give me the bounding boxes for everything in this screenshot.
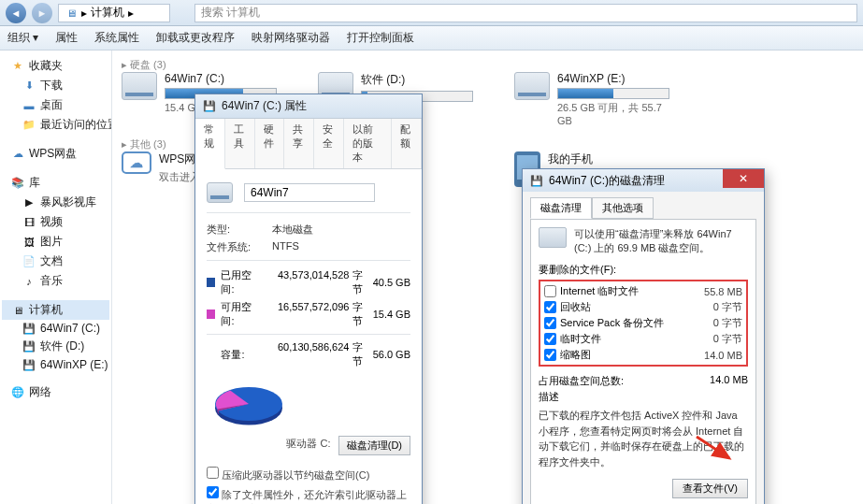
used-bytes: 43,573,014,528 字节	[269, 268, 363, 296]
drive-icon: 💾	[22, 340, 36, 353]
cap-bytes: 60,130,586,624 字节	[269, 340, 363, 368]
file-row-sp-backup[interactable]: Service Pack 备份文件0 字节	[542, 315, 744, 331]
video-icon: 🎞	[22, 216, 36, 229]
nav-forward-button[interactable]: ►	[32, 3, 52, 23]
recent-icon: 📁	[22, 119, 36, 132]
disk-cleanup-button[interactable]: 磁盘清理(D)	[338, 436, 410, 455]
desc-text: 已下载的程序文件包括 ActiveX 控件和 Java 小程序，您查看特定网页时…	[539, 408, 748, 469]
file-checkbox[interactable]	[544, 285, 556, 297]
toolbar-map-drive[interactable]: 映射网络驱动器	[252, 30, 330, 46]
document-icon: 📄	[22, 255, 36, 268]
toolbar-properties[interactable]: 属性	[55, 30, 78, 46]
drive-name-input[interactable]	[244, 183, 375, 202]
tab-security[interactable]: 安全	[314, 119, 344, 168]
file-checkbox[interactable]	[544, 317, 556, 329]
drive-name: 64WinXP (E:)	[557, 72, 673, 85]
picture-icon: 🖼	[22, 236, 36, 249]
tab-previous[interactable]: 以前的版本	[344, 119, 392, 168]
file-checkbox[interactable]	[544, 349, 556, 361]
file-checkbox[interactable]	[544, 301, 556, 313]
tab-tools[interactable]: 工具	[225, 119, 255, 168]
tab-general[interactable]: 常规	[195, 119, 225, 169]
help-link[interactable]: 磁盘清理如何工作？	[539, 498, 748, 504]
toolbar-uninstall[interactable]: 卸载或更改程序	[156, 30, 235, 46]
address-sep: ▸	[81, 7, 87, 20]
drive-name: 软件 (D:)	[361, 72, 477, 88]
nav-computer[interactable]: 🖥计算机	[2, 300, 109, 320]
nav-drive-c[interactable]: 💾64Win7 (C:)	[2, 320, 109, 337]
tab-quota[interactable]: 配额	[392, 119, 422, 168]
toolbar-system-properties[interactable]: 系统属性	[94, 30, 139, 46]
cloud-icon: ☁	[122, 151, 151, 174]
file-row-recycle[interactable]: 回收站0 字节	[542, 299, 744, 315]
address-bar[interactable]: 🖥 ▸ 计算机 ▸	[58, 4, 170, 22]
properties-tabs: 常规 工具 硬件 共享 安全 以前的版本 配额	[195, 119, 422, 169]
type-label: 类型:	[207, 223, 272, 237]
desktop-icon: ▬	[22, 99, 36, 112]
nav-drive-d[interactable]: 💾软件 (D:)	[2, 337, 109, 356]
drive-e[interactable]: 64WinXP (E:) 26.5 GB 可用，共 55.7 GB	[514, 72, 673, 126]
nav-libraries[interactable]: 📚库	[2, 173, 109, 193]
used-gb: 40.5 GB	[368, 277, 411, 288]
free-gb: 15.4 GB	[368, 309, 411, 320]
nav-lib-baofeng[interactable]: ▶暴风影视库	[2, 193, 109, 212]
pie-chart	[207, 376, 291, 432]
nav-favorites[interactable]: ★收藏夹	[2, 56, 109, 76]
file-row-temp[interactable]: 临时文件0 字节	[542, 331, 744, 347]
toolbar-organize[interactable]: 组织 ▾	[7, 30, 38, 46]
drive-icon	[539, 227, 567, 248]
fs-value: NTFS	[272, 240, 299, 254]
hdd-section-header: ▸ 硬盘 (3)	[122, 58, 854, 72]
tab-other-options[interactable]: 其他选项	[592, 197, 654, 219]
dialog-titlebar[interactable]: 💾 64Win7 (C:)的磁盘清理 ✕	[523, 169, 764, 192]
nav-lib-pictures[interactable]: 🖼图片	[2, 232, 109, 252]
nav-wps[interactable]: ☁WPS网盘	[2, 144, 109, 164]
nav-lib-documents[interactable]: 📄文档	[2, 252, 109, 271]
tab-cleanup[interactable]: 磁盘清理	[530, 197, 592, 219]
search-input[interactable]: 搜索 计算机	[194, 4, 857, 22]
used-label: 已用空间:	[221, 268, 264, 296]
file-row-internet-temp[interactable]: Internet 临时文件55.8 MB	[542, 283, 744, 299]
index-checkbox[interactable]: 除了文件属性外，还允许索引此驱动器上文件的内容(I)	[207, 484, 410, 504]
nav-network[interactable]: 🌐网络	[2, 382, 109, 402]
phone-name: 我的手机	[548, 151, 673, 167]
download-icon: ⬇	[22, 79, 36, 93]
library-icon: 📚	[11, 177, 24, 190]
nav-desktop[interactable]: ▬桌面	[2, 95, 109, 115]
disk-cleanup-dialog: 💾 64Win7 (C:)的磁盘清理 ✕ 磁盘清理 其他选项 可以使用“磁盘清理…	[522, 168, 765, 504]
nav-downloads[interactable]: ⬇下载	[2, 76, 109, 95]
close-button[interactable]: ✕	[723, 169, 764, 188]
free-bytes: 16,557,572,096 字节	[269, 300, 363, 328]
file-checkbox[interactable]	[544, 333, 556, 345]
drive-name: 64Win7 (C:)	[165, 72, 280, 85]
tab-hardware[interactable]: 硬件	[255, 119, 285, 168]
dialog-titlebar[interactable]: 💾 64Win7 (C:) 属性	[195, 94, 422, 119]
address-sep: ▸	[128, 7, 134, 20]
type-value: 本地磁盘	[272, 223, 313, 237]
music-icon: ♪	[22, 275, 36, 288]
nav-lib-video[interactable]: 🎞视频	[2, 212, 109, 232]
tab-sharing[interactable]: 共享	[284, 119, 314, 168]
free-label: 可用空间:	[221, 300, 264, 328]
nav-drive-e[interactable]: 💾64WinXP (E:)	[2, 356, 109, 373]
toolbar-control-panel[interactable]: 打开控制面板	[347, 30, 414, 46]
cleanup-info-text: 可以使用“磁盘清理”来释放 64Win7 (C:) 上的 69.9 MB 磁盘空…	[574, 227, 748, 255]
nav-recent[interactable]: 📁最近访问的位置	[2, 115, 109, 135]
drive-icon	[122, 72, 157, 100]
nav-back-button[interactable]: ◄	[6, 3, 26, 23]
total-value: 14.0 MB	[710, 374, 748, 388]
dialog-title: 64Win7 (C:)的磁盘清理	[549, 173, 665, 189]
cap-gb: 56.0 GB	[368, 349, 411, 360]
total-label: 占用磁盘空间总数:	[539, 374, 624, 388]
drive-icon	[514, 72, 550, 100]
drive-icon: 💾	[22, 358, 36, 371]
view-files-button[interactable]: 查看文件(V)	[672, 479, 748, 498]
search-placeholder: 搜索 计算机	[201, 5, 260, 21]
drive-icon: 💾	[530, 174, 543, 187]
drive-icon: 💾	[22, 322, 36, 335]
compress-checkbox[interactable]: 压缩此驱动器以节约磁盘空间(C)	[207, 465, 410, 484]
desc-label: 描述	[539, 390, 748, 404]
file-row-thumbs[interactable]: 缩略图14.0 MB	[542, 347, 744, 363]
nav-lib-music[interactable]: ♪音乐	[2, 271, 109, 291]
drive-icon	[207, 182, 233, 203]
